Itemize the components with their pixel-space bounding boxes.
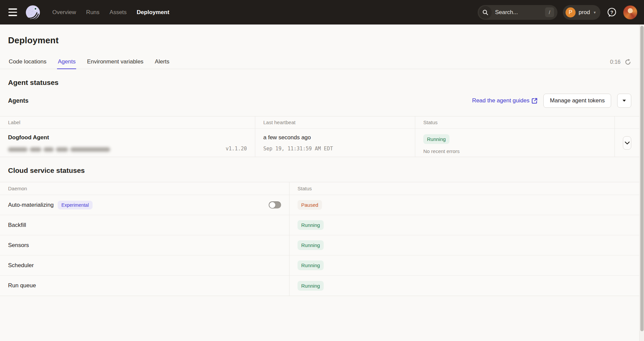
- hamburger-menu-icon[interactable]: [6, 6, 19, 19]
- daemon-status-cell: Running: [289, 255, 639, 276]
- org-switcher[interactable]: P prod ▾: [563, 5, 600, 20]
- running-status-badge: Running: [298, 220, 324, 230]
- col-header-daemon-status: Status: [289, 182, 639, 195]
- cloud-service-statuses-heading: Cloud service statuses: [8, 166, 639, 175]
- col-header-actions: [614, 116, 639, 129]
- col-header-status: Status: [415, 116, 614, 129]
- daemon-status-cell: Running: [289, 215, 639, 235]
- tab-alerts[interactable]: Alerts: [154, 54, 170, 69]
- svg-text:?: ?: [610, 9, 613, 15]
- cloud-services-table: Daemon Status Auto-materializing Experim…: [0, 182, 639, 296]
- agent-guides-link[interactable]: Read the agent guides: [472, 97, 537, 104]
- daemon-status-cell: Running: [289, 235, 639, 255]
- running-status-badge: Running: [298, 260, 324, 270]
- agent-guides-link-label: Read the agent guides: [472, 97, 529, 104]
- tab-code-locations[interactable]: Code locations: [8, 54, 47, 69]
- agents-table-title: Agents: [8, 97, 29, 104]
- daemon-row-run-queue: Run queue: [0, 276, 289, 296]
- search-input[interactable]: Search... /: [478, 5, 557, 20]
- agent-status-note: No recent errors: [423, 148, 606, 154]
- agent-actions-dropdown-button[interactable]: [617, 94, 631, 108]
- daemon-name: Scheduler: [8, 262, 34, 269]
- running-status-badge: Running: [298, 281, 324, 291]
- search-placeholder: Search...: [495, 9, 545, 16]
- agent-row-expand-button[interactable]: [623, 136, 631, 150]
- nav-runs[interactable]: Runs: [86, 9, 100, 16]
- agent-label-cell: Dogfood Agent v1.1.20: [0, 129, 255, 157]
- external-link-icon: [532, 98, 537, 104]
- manage-agent-tokens-button[interactable]: Manage agent tokens: [543, 94, 611, 108]
- daemon-status-cell: Running: [289, 276, 639, 296]
- deployment-page: Deployment Code locations Agents Environ…: [0, 25, 639, 296]
- paused-status-badge: Paused: [298, 200, 322, 210]
- chevron-down-icon: ▾: [594, 10, 596, 15]
- deployment-tabs: Code locations Agents Environment variab…: [0, 54, 639, 69]
- agent-status-cell: Running No recent errors: [415, 129, 614, 157]
- org-name: prod: [579, 9, 590, 16]
- primary-nav: Overview Runs Assets Deployment: [52, 9, 169, 16]
- col-header-daemon: Daemon: [0, 182, 289, 195]
- tab-agents[interactable]: Agents: [57, 54, 76, 69]
- scrollbar-thumb[interactable]: [640, 26, 644, 331]
- tab-environment-variables[interactable]: Environment variables: [86, 54, 144, 69]
- nav-deployment[interactable]: Deployment: [137, 9, 169, 16]
- daemon-row-auto-materializing: Auto-materializing Experimental: [0, 195, 289, 215]
- running-status-badge: Running: [298, 240, 324, 250]
- search-icon: [479, 6, 492, 19]
- agents-table: Label Last heartbeat Status Dogfood Agen…: [0, 116, 639, 157]
- daemon-row-sensors: Sensors: [0, 235, 289, 255]
- agent-id-redacted: [8, 147, 110, 152]
- daemon-row-backfill: Backfill: [0, 215, 289, 235]
- org-initial-badge: P: [566, 7, 576, 17]
- heartbeat-relative: a few seconds ago: [263, 134, 407, 141]
- page-title: Deployment: [0, 25, 639, 46]
- daemon-name: Auto-materializing: [8, 202, 54, 208]
- experimental-badge: Experimental: [58, 201, 93, 209]
- col-header-last-heartbeat: Last heartbeat: [255, 116, 415, 129]
- daemon-row-scheduler: Scheduler: [0, 255, 289, 276]
- agent-name: Dogfood Agent: [8, 134, 247, 141]
- chevron-down-icon: [625, 141, 630, 145]
- agent-statuses-heading: Agent statuses: [8, 79, 639, 87]
- daemon-status-cell: Paused: [289, 195, 639, 215]
- refresh-countdown: 0:16: [610, 59, 621, 65]
- daemon-name: Backfill: [8, 222, 26, 229]
- nav-overview[interactable]: Overview: [52, 9, 76, 16]
- caret-down-icon: [623, 100, 626, 102]
- nav-assets[interactable]: Assets: [110, 9, 127, 16]
- daemon-name: Run queue: [8, 282, 36, 289]
- agent-version: v1.1.20: [226, 146, 247, 152]
- agent-row-actions-cell: [614, 129, 639, 157]
- col-header-label: Label: [0, 116, 255, 129]
- page-scrollbar[interactable]: [639, 25, 644, 341]
- refresh-icon[interactable]: [625, 59, 631, 65]
- user-avatar[interactable]: [623, 5, 637, 19]
- top-nav: Overview Runs Assets Deployment Search..…: [0, 0, 644, 25]
- agent-status-badge: Running: [423, 134, 449, 144]
- dagster-logo-icon[interactable]: [25, 4, 41, 20]
- auto-materializing-toggle[interactable]: [269, 201, 281, 208]
- daemon-name: Sensors: [8, 242, 29, 249]
- help-icon[interactable]: ?: [606, 6, 618, 18]
- search-shortcut-badge: /: [545, 7, 554, 17]
- heartbeat-timestamp: Sep 19, 11:31:59 AM EDT: [263, 146, 407, 152]
- agent-heartbeat-cell: a few seconds ago Sep 19, 11:31:59 AM ED…: [255, 129, 415, 157]
